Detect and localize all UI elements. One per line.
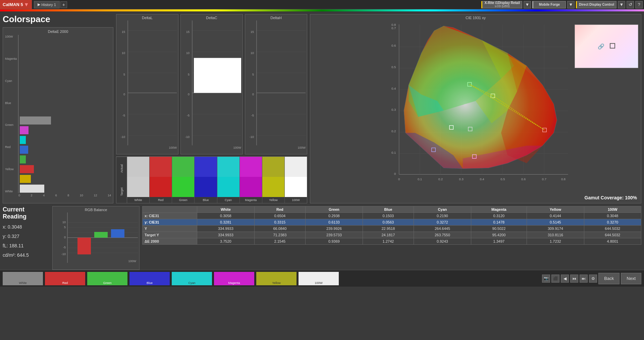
svg-text:0: 0 xyxy=(64,236,66,239)
reading-fl: fL: 188.11 xyxy=(3,241,50,250)
xcie31-magenta: 0.3120 xyxy=(471,213,527,219)
table-row-ycie31: y: CIE31 0.3281 0.3315 0.6133 0.0563 0.3… xyxy=(143,219,641,226)
refresh-btn[interactable]: ↺ xyxy=(627,1,634,8)
deltaH-title: DeltaH xyxy=(247,16,306,20)
rgb-balance-chart: 10 5 0 -5 -10 100W xyxy=(54,212,138,263)
device1-dropdown-btn[interactable]: ▼ xyxy=(524,1,531,8)
bottom-label-cyan: Cyan xyxy=(188,281,195,285)
skip-fwd-btn[interactable]: ⏭ xyxy=(580,275,588,283)
table-row-xcie31: x: CIE31 0.3058 0.6504 0.2938 0.1503 0.2… xyxy=(143,213,641,219)
device1-selector[interactable]: X-Rite i1Display Retail LCD (LED) xyxy=(481,1,522,8)
deltaH-chart: DeltaH 15 10 5 xyxy=(245,14,307,154)
current-reading-title: Current Reading xyxy=(3,206,50,220)
deltaL-x-label: 100W xyxy=(118,146,177,149)
swatch-blue-target xyxy=(195,177,217,197)
de-green: 0.9369 xyxy=(306,238,363,245)
help-btn[interactable]: ? xyxy=(635,1,643,8)
reading-y: y: 0.327 xyxy=(3,232,50,241)
history-tab[interactable]: ▶ History 1 xyxy=(34,1,60,8)
tab-label: History 1 xyxy=(42,3,56,7)
svg-text:0.7: 0.7 xyxy=(542,177,546,181)
device2-selector[interactable]: Mobile Forge xyxy=(532,1,566,8)
settings-btn[interactable]: ⚙ xyxy=(589,275,597,283)
Y-cyan: 264.6445 xyxy=(414,226,471,232)
th-empty xyxy=(143,206,197,213)
row-label-xcie31: x: CIE31 xyxy=(143,213,197,219)
de-blue: 1.2742 xyxy=(363,238,414,245)
device3-main: Direct Display Control xyxy=(579,3,614,6)
svg-text:10: 10 xyxy=(186,51,190,55)
row-label-Y: Y xyxy=(143,226,197,232)
next-button-label[interactable]: Next xyxy=(621,273,641,284)
swatch-blue-actual xyxy=(195,157,217,177)
record-btn[interactable]: ⬛ xyxy=(551,275,559,283)
svg-text:10: 10 xyxy=(62,221,66,224)
bottom-swatch-yellow[interactable]: Yellow xyxy=(256,272,297,285)
bottom-swatch-cyan[interactable]: Cyan xyxy=(172,272,212,285)
th-green: Green xyxy=(306,206,363,213)
bar-green xyxy=(20,155,111,164)
xcie31-100w: 0.3048 xyxy=(584,213,641,219)
svg-text:0.1: 0.1 xyxy=(391,151,396,154)
data-table-panel: White Red Green Blue Cyan Magenta Yellow… xyxy=(142,206,641,270)
row-label-targetY: Target Y xyxy=(143,232,197,238)
swatch-blue-label: Blue xyxy=(195,197,217,203)
device3-dropdown-btn[interactable]: ▼ xyxy=(618,1,625,8)
swatch-100w-target xyxy=(285,177,307,197)
svg-rect-90 xyxy=(111,229,124,238)
de-yellow: 1.7232 xyxy=(527,238,584,245)
svg-text:0.1: 0.1 xyxy=(418,177,422,181)
ycie31-cyan: 0.3272 xyxy=(414,219,471,226)
Y-green: 239.9926 xyxy=(306,226,363,232)
bottom-label-100w: 100W xyxy=(315,281,323,285)
swatch-100w-label: 100W xyxy=(285,197,307,203)
skip-back-btn[interactable]: ⏮ xyxy=(570,275,578,283)
svg-text:0: 0 xyxy=(394,172,396,176)
svg-text:0.8: 0.8 xyxy=(561,177,566,181)
bar-blue xyxy=(20,145,111,154)
device2-dropdown-btn[interactable]: ▼ xyxy=(567,1,575,8)
bar-red xyxy=(20,165,111,174)
bottom-swatch-red[interactable]: Red xyxy=(45,272,85,285)
bottom-swatch-magenta[interactable]: Magenta xyxy=(214,272,254,285)
play-icon: ▶ xyxy=(38,2,40,7)
dropdown-arrow-icon[interactable]: ▼ xyxy=(24,2,29,8)
Y-blue: 22.9518 xyxy=(363,226,414,232)
bottom-swatch-white[interactable]: White xyxy=(3,272,43,285)
svg-text:-5: -5 xyxy=(187,114,190,117)
prev-btn[interactable]: ◀ xyxy=(561,275,569,283)
svg-text:-5: -5 xyxy=(122,114,125,117)
left-panel: Colorspace DeltaE 2000 White Yellow Red … xyxy=(3,14,113,203)
ycie31-100w: 0.3270 xyxy=(584,219,641,226)
row-label-ycie31: y: CIE31 xyxy=(143,219,197,226)
ycie31-white: 0.3281 xyxy=(197,219,254,226)
swatch-red-target xyxy=(150,177,172,197)
deltaL-title: DeltaL xyxy=(118,16,177,20)
th-red: Red xyxy=(254,206,306,213)
device3-selector[interactable]: Direct Display Control xyxy=(576,1,616,8)
tY-white: 334.9933 xyxy=(197,232,254,238)
bottom-label-yellow: Yellow xyxy=(272,281,281,285)
bottom-swatch-green[interactable]: Green xyxy=(87,272,127,285)
ycie31-blue: 0.0563 xyxy=(363,219,414,226)
top-bar: CalMAN 5 ▼ ▶ History 1 + X-Rite i1Displa… xyxy=(0,0,644,9)
bottom-label-red: Red xyxy=(62,281,68,285)
bottom-swatch-blue[interactable]: Blue xyxy=(129,272,170,285)
bottom-swatch-100w[interactable]: 100W xyxy=(299,272,339,285)
svg-text:0.6: 0.6 xyxy=(391,44,396,47)
reading-x: x: 0.3048 xyxy=(3,222,50,232)
th-cyan: Cyan xyxy=(414,206,471,213)
next-button[interactable]: Back xyxy=(598,273,620,284)
tY-yellow: 310.8116 xyxy=(527,232,584,238)
th-magenta: Magenta xyxy=(471,206,527,213)
add-tab-button[interactable]: + xyxy=(60,1,67,8)
svg-text:5: 5 xyxy=(64,226,66,229)
swatch-white-target xyxy=(127,177,149,197)
tab-bar: ▶ History 1 + xyxy=(34,0,67,9)
swatch-yellow-actual xyxy=(262,157,284,177)
bottom-label-blue: Blue xyxy=(147,281,153,285)
gamut-coverage: Gamut Coverage: 100% xyxy=(585,195,637,200)
svg-text:10: 10 xyxy=(122,51,125,55)
screenshot-btn[interactable]: 📷 xyxy=(542,275,550,283)
svg-text:0.3: 0.3 xyxy=(391,108,396,111)
